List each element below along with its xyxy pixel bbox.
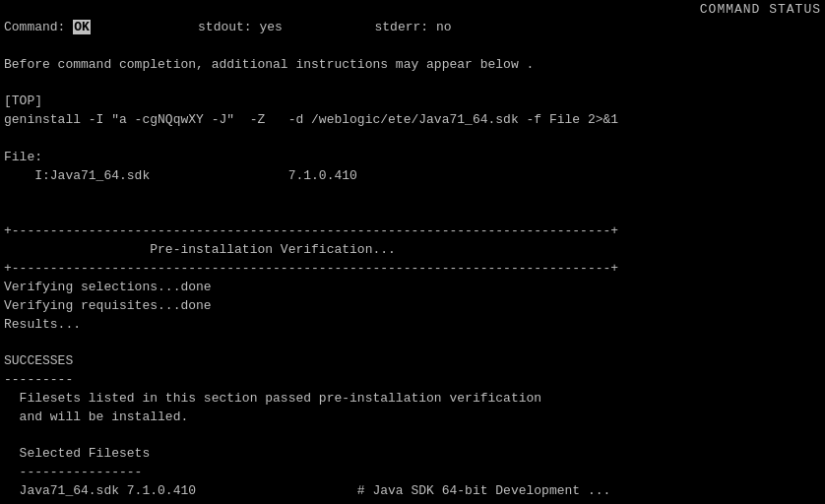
ok-badge: OK	[73, 20, 91, 34]
java71-line: Java71_64.sdk 7.1.0.410 # Java SDK 64-bi…	[4, 482, 821, 501]
blank-line-6	[4, 334, 821, 352]
verifying-requisites: Verifying requisites...done	[4, 297, 821, 316]
successes-dash: ---------	[4, 371, 821, 390]
top-tag: [TOP]	[4, 93, 821, 111]
blank-line-7	[4, 427, 821, 446]
blank-line-3	[4, 130, 821, 149]
filesets-passed: Filesets listed in this section passed p…	[4, 390, 821, 409]
command-status-title: COMMAND STATUS	[700, 2, 821, 17]
selected-filesets-dash: ----------------	[4, 464, 821, 482]
preinst-title: Pre-installation Verification...	[4, 241, 821, 260]
blank-line-1	[4, 37, 821, 56]
results-line: Results...	[4, 316, 821, 335]
geninstall-line: geninstall -I "a -cgNQqwXY -J" -Z -d /we…	[4, 111, 821, 130]
separator-1: +---------------------------------------…	[4, 222, 821, 241]
file-value: I:Java71_64.sdk 7.1.0.410	[4, 167, 821, 186]
file-label: File:	[4, 149, 821, 167]
verifying-selections: Verifying selections...done	[4, 279, 821, 297]
blank-line-2	[4, 75, 821, 94]
successes-label: SUCCESSES	[4, 352, 821, 371]
will-be-installed: and will be installed.	[4, 409, 821, 427]
separator-2: +---------------------------------------…	[4, 260, 821, 279]
blank-line-4	[4, 186, 821, 205]
terminal: COMMAND STATUS Command: OK stdout: yes s…	[0, 0, 825, 504]
before-line: Before command completion, additional in…	[4, 56, 821, 75]
command-line: Command: OK stdout: yes stderr: no	[4, 19, 821, 37]
blank-line-5	[4, 204, 821, 222]
header: COMMAND STATUS	[4, 2, 821, 17]
selected-filesets-label: Selected Filesets	[4, 445, 821, 464]
